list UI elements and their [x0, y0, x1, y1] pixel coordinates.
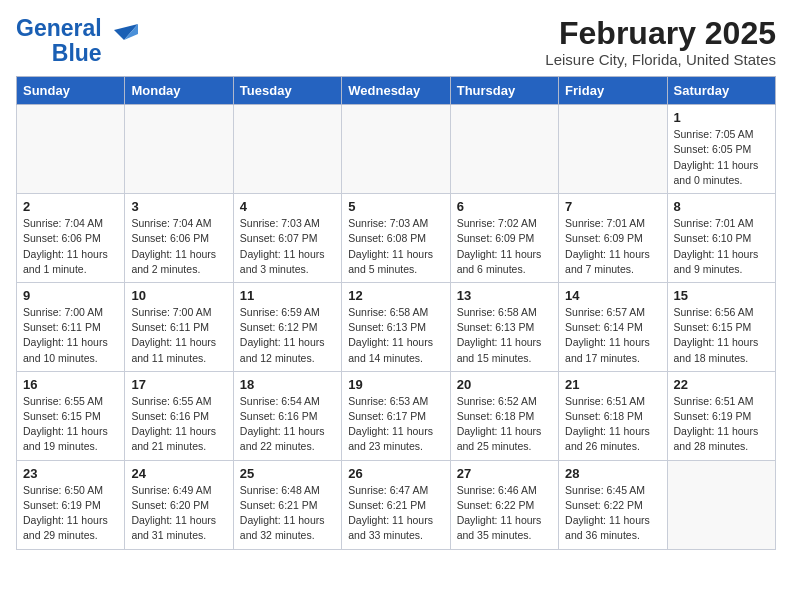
calendar-cell: 18Sunrise: 6:54 AM Sunset: 6:16 PM Dayli… — [233, 371, 341, 460]
calendar-cell: 26Sunrise: 6:47 AM Sunset: 6:21 PM Dayli… — [342, 460, 450, 549]
day-info: Sunrise: 7:04 AM Sunset: 6:06 PM Dayligh… — [23, 216, 118, 277]
day-info: Sunrise: 6:55 AM Sunset: 6:16 PM Dayligh… — [131, 394, 226, 455]
logo-bird-icon — [104, 22, 138, 56]
calendar-week-row: 9Sunrise: 7:00 AM Sunset: 6:11 PM Daylig… — [17, 282, 776, 371]
calendar-cell: 22Sunrise: 6:51 AM Sunset: 6:19 PM Dayli… — [667, 371, 775, 460]
calendar-cell: 2Sunrise: 7:04 AM Sunset: 6:06 PM Daylig… — [17, 194, 125, 283]
calendar-cell: 28Sunrise: 6:45 AM Sunset: 6:22 PM Dayli… — [559, 460, 667, 549]
day-number: 25 — [240, 466, 335, 481]
calendar-cell: 21Sunrise: 6:51 AM Sunset: 6:18 PM Dayli… — [559, 371, 667, 460]
day-number: 9 — [23, 288, 118, 303]
day-number: 22 — [674, 377, 769, 392]
calendar-header-wednesday: Wednesday — [342, 77, 450, 105]
calendar-week-row: 16Sunrise: 6:55 AM Sunset: 6:15 PM Dayli… — [17, 371, 776, 460]
calendar-header-monday: Monday — [125, 77, 233, 105]
day-number: 8 — [674, 199, 769, 214]
calendar-cell: 5Sunrise: 7:03 AM Sunset: 6:08 PM Daylig… — [342, 194, 450, 283]
day-number: 23 — [23, 466, 118, 481]
day-number: 24 — [131, 466, 226, 481]
day-number: 3 — [131, 199, 226, 214]
day-number: 26 — [348, 466, 443, 481]
day-info: Sunrise: 7:00 AM Sunset: 6:11 PM Dayligh… — [23, 305, 118, 366]
calendar-cell: 14Sunrise: 6:57 AM Sunset: 6:14 PM Dayli… — [559, 282, 667, 371]
day-number: 12 — [348, 288, 443, 303]
logo-blue: Blue — [52, 40, 102, 66]
calendar-cell: 17Sunrise: 6:55 AM Sunset: 6:16 PM Dayli… — [125, 371, 233, 460]
day-info: Sunrise: 6:57 AM Sunset: 6:14 PM Dayligh… — [565, 305, 660, 366]
day-info: Sunrise: 7:00 AM Sunset: 6:11 PM Dayligh… — [131, 305, 226, 366]
day-info: Sunrise: 6:52 AM Sunset: 6:18 PM Dayligh… — [457, 394, 552, 455]
day-info: Sunrise: 6:51 AM Sunset: 6:18 PM Dayligh… — [565, 394, 660, 455]
calendar-cell: 16Sunrise: 6:55 AM Sunset: 6:15 PM Dayli… — [17, 371, 125, 460]
calendar-cell — [342, 105, 450, 194]
calendar-cell — [450, 105, 558, 194]
calendar: SundayMondayTuesdayWednesdayThursdayFrid… — [16, 76, 776, 549]
calendar-cell: 6Sunrise: 7:02 AM Sunset: 6:09 PM Daylig… — [450, 194, 558, 283]
calendar-cell: 13Sunrise: 6:58 AM Sunset: 6:13 PM Dayli… — [450, 282, 558, 371]
day-number: 5 — [348, 199, 443, 214]
day-info: Sunrise: 7:01 AM Sunset: 6:10 PM Dayligh… — [674, 216, 769, 277]
day-info: Sunrise: 6:55 AM Sunset: 6:15 PM Dayligh… — [23, 394, 118, 455]
calendar-cell — [667, 460, 775, 549]
calendar-cell: 27Sunrise: 6:46 AM Sunset: 6:22 PM Dayli… — [450, 460, 558, 549]
day-number: 2 — [23, 199, 118, 214]
day-number: 28 — [565, 466, 660, 481]
calendar-cell — [17, 105, 125, 194]
day-number: 20 — [457, 377, 552, 392]
day-info: Sunrise: 7:05 AM Sunset: 6:05 PM Dayligh… — [674, 127, 769, 188]
day-info: Sunrise: 6:58 AM Sunset: 6:13 PM Dayligh… — [457, 305, 552, 366]
day-info: Sunrise: 7:03 AM Sunset: 6:08 PM Dayligh… — [348, 216, 443, 277]
calendar-cell: 11Sunrise: 6:59 AM Sunset: 6:12 PM Dayli… — [233, 282, 341, 371]
day-info: Sunrise: 7:02 AM Sunset: 6:09 PM Dayligh… — [457, 216, 552, 277]
calendar-cell: 20Sunrise: 6:52 AM Sunset: 6:18 PM Dayli… — [450, 371, 558, 460]
day-number: 18 — [240, 377, 335, 392]
day-number: 11 — [240, 288, 335, 303]
month-title: February 2025 — [545, 16, 776, 51]
day-info: Sunrise: 6:53 AM Sunset: 6:17 PM Dayligh… — [348, 394, 443, 455]
calendar-cell: 25Sunrise: 6:48 AM Sunset: 6:21 PM Dayli… — [233, 460, 341, 549]
day-number: 19 — [348, 377, 443, 392]
day-number: 15 — [674, 288, 769, 303]
day-number: 13 — [457, 288, 552, 303]
day-number: 10 — [131, 288, 226, 303]
calendar-week-row: 1Sunrise: 7:05 AM Sunset: 6:05 PM Daylig… — [17, 105, 776, 194]
day-info: Sunrise: 6:54 AM Sunset: 6:16 PM Dayligh… — [240, 394, 335, 455]
calendar-cell: 19Sunrise: 6:53 AM Sunset: 6:17 PM Dayli… — [342, 371, 450, 460]
day-number: 27 — [457, 466, 552, 481]
logo-general: General Blue — [16, 16, 102, 67]
day-info: Sunrise: 6:48 AM Sunset: 6:21 PM Dayligh… — [240, 483, 335, 544]
calendar-week-row: 2Sunrise: 7:04 AM Sunset: 6:06 PM Daylig… — [17, 194, 776, 283]
calendar-cell: 1Sunrise: 7:05 AM Sunset: 6:05 PM Daylig… — [667, 105, 775, 194]
day-info: Sunrise: 6:46 AM Sunset: 6:22 PM Dayligh… — [457, 483, 552, 544]
calendar-cell: 24Sunrise: 6:49 AM Sunset: 6:20 PM Dayli… — [125, 460, 233, 549]
day-info: Sunrise: 6:59 AM Sunset: 6:12 PM Dayligh… — [240, 305, 335, 366]
day-number: 14 — [565, 288, 660, 303]
day-number: 21 — [565, 377, 660, 392]
day-info: Sunrise: 7:01 AM Sunset: 6:09 PM Dayligh… — [565, 216, 660, 277]
logo: General Blue February 2025 Leisure City,… — [16, 16, 776, 68]
day-info: Sunrise: 6:45 AM Sunset: 6:22 PM Dayligh… — [565, 483, 660, 544]
day-info: Sunrise: 6:50 AM Sunset: 6:19 PM Dayligh… — [23, 483, 118, 544]
calendar-header-row: SundayMondayTuesdayWednesdayThursdayFrid… — [17, 77, 776, 105]
day-number: 7 — [565, 199, 660, 214]
day-info: Sunrise: 7:04 AM Sunset: 6:06 PM Dayligh… — [131, 216, 226, 277]
day-number: 1 — [674, 110, 769, 125]
calendar-header-friday: Friday — [559, 77, 667, 105]
calendar-cell: 10Sunrise: 7:00 AM Sunset: 6:11 PM Dayli… — [125, 282, 233, 371]
day-info: Sunrise: 6:49 AM Sunset: 6:20 PM Dayligh… — [131, 483, 226, 544]
calendar-cell — [233, 105, 341, 194]
day-info: Sunrise: 6:47 AM Sunset: 6:21 PM Dayligh… — [348, 483, 443, 544]
day-info: Sunrise: 6:56 AM Sunset: 6:15 PM Dayligh… — [674, 305, 769, 366]
calendar-cell: 4Sunrise: 7:03 AM Sunset: 6:07 PM Daylig… — [233, 194, 341, 283]
calendar-header-saturday: Saturday — [667, 77, 775, 105]
day-number: 6 — [457, 199, 552, 214]
calendar-cell: 23Sunrise: 6:50 AM Sunset: 6:19 PM Dayli… — [17, 460, 125, 549]
calendar-cell — [125, 105, 233, 194]
calendar-header-tuesday: Tuesday — [233, 77, 341, 105]
day-info: Sunrise: 7:03 AM Sunset: 6:07 PM Dayligh… — [240, 216, 335, 277]
calendar-cell: 8Sunrise: 7:01 AM Sunset: 6:10 PM Daylig… — [667, 194, 775, 283]
calendar-cell: 7Sunrise: 7:01 AM Sunset: 6:09 PM Daylig… — [559, 194, 667, 283]
calendar-week-row: 23Sunrise: 6:50 AM Sunset: 6:19 PM Dayli… — [17, 460, 776, 549]
calendar-cell: 9Sunrise: 7:00 AM Sunset: 6:11 PM Daylig… — [17, 282, 125, 371]
day-info: Sunrise: 6:58 AM Sunset: 6:13 PM Dayligh… — [348, 305, 443, 366]
